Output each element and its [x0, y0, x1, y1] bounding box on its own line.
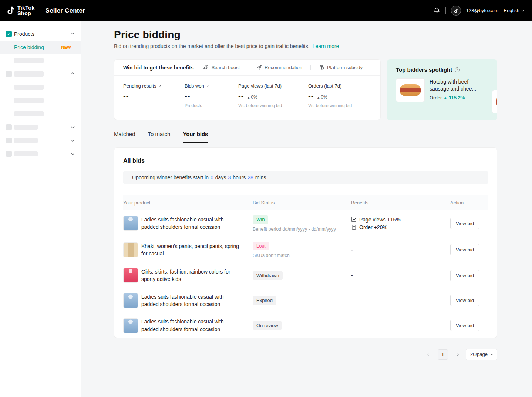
top-bidders-spotlight-card: Top bidders spotlight ? Hotdog with beef…: [387, 59, 497, 120]
learn-more-link[interactable]: Learn more: [313, 43, 339, 49]
next-page-button[interactable]: [452, 350, 461, 359]
product-name: Ladies suits fashionable casual with pad…: [141, 318, 242, 333]
sidebar-skeleton-group[interactable]: [0, 121, 81, 134]
seller-center-title: Seller Center: [46, 7, 85, 14]
tiktok-avatar-icon: [454, 8, 458, 13]
tab-to-match[interactable]: To match: [148, 131, 171, 143]
stat-bids-won-link[interactable]: Bids won: [185, 83, 238, 89]
tab-your-bids[interactable]: Your bids: [183, 131, 208, 143]
benefit-item-label: Recommendation: [265, 65, 302, 70]
countdown-days: 0: [211, 174, 213, 180]
sidebar-skeleton-group[interactable]: [0, 147, 81, 160]
view-bid-button[interactable]: View bid: [450, 244, 479, 255]
status-badge: On review: [253, 321, 282, 330]
arrow-up-icon: ▲: [317, 96, 320, 99]
chevron-down-icon: [71, 125, 75, 129]
chevron-down-icon: [71, 152, 75, 155]
stat-orders: Orders (last 7d) -- ▲0% Vs. before winni…: [308, 83, 371, 108]
bell-icon: [433, 7, 440, 14]
spotlight-metric-value: 115.2%: [449, 95, 465, 101]
chevron-up-icon: [71, 72, 75, 76]
product-name: Khaki, women's pants, pencil pants, spri…: [141, 242, 242, 258]
sidebar-item-products[interactable]: Products: [0, 27, 81, 41]
status-badge: Withdrawn: [253, 271, 283, 280]
all-bids-card: All bids Upcoming winner benefits start …: [114, 147, 497, 338]
arrow-up-icon: ▲: [444, 96, 447, 99]
table-row: Khaki, women's pants, pencil pants, spri…: [123, 237, 488, 263]
column-your-product: Your product: [123, 200, 253, 206]
stat-bids-won: Bids won -- Products: [185, 83, 238, 108]
tiktok-note-icon: [7, 6, 15, 15]
tiktok-shop-logo[interactable]: TikTok Shop: [7, 5, 35, 16]
spotlight-product-name: Hotdog with beef sausage and chee...: [430, 78, 485, 93]
stat-pending-results-link[interactable]: Pending results: [123, 83, 185, 89]
benefit-item-label: Platform subsidy: [327, 65, 363, 70]
status-sub-text: SKUs don't match: [253, 253, 351, 258]
order-list-icon: [351, 224, 357, 230]
table-row: Ladies suits fashionable casual with pad…: [123, 210, 488, 237]
sidebar-skeleton-group[interactable]: [0, 67, 81, 81]
page-number[interactable]: 1: [438, 349, 448, 360]
product-image: [123, 216, 138, 231]
stat-pending-results: Pending results --: [123, 83, 185, 108]
benefits-card-title: Win bid to get these benefits: [123, 65, 193, 71]
table-row: Ladies suits fashionable casual with pad…: [123, 288, 488, 313]
view-bid-button[interactable]: View bid: [450, 320, 479, 331]
stat-value: --: [185, 92, 190, 101]
spotlight-title: Top bidders spotlight: [396, 67, 452, 73]
product-image: [123, 268, 138, 283]
chevron-right-icon: [206, 85, 209, 87]
language-label: English: [504, 8, 519, 13]
view-bid-button[interactable]: View bid: [450, 270, 479, 281]
chevron-right-icon: [158, 85, 161, 87]
status-badge: Expired: [253, 296, 276, 305]
sidebar-skeleton-group[interactable]: [0, 134, 81, 147]
sidebar-skeleton-item: [0, 54, 81, 67]
view-bid-button[interactable]: View bid: [450, 218, 479, 229]
tab-matched[interactable]: Matched: [114, 131, 135, 143]
sidebar-item-price-bidding[interactable]: Price bidding NEW: [0, 41, 81, 54]
benefits-empty: -: [351, 323, 353, 329]
rocket-icon: [203, 65, 209, 70]
account-email[interactable]: 123@byte.com: [466, 8, 499, 13]
chevron-up-icon: [71, 32, 75, 36]
benefit-item-platform-subsidy: Platform subsidy: [311, 65, 371, 70]
status-sub-text: Benefit period dd/mm/yyyy - dd/mm/yyyy: [253, 227, 351, 232]
column-bid-status: Bid Status: [253, 200, 351, 206]
benefits-empty: -: [351, 272, 353, 278]
notifications-button[interactable]: [433, 7, 440, 14]
previous-page-button[interactable]: [424, 350, 433, 359]
sidebar-skeleton-item: [0, 107, 81, 121]
status-badge: Win: [253, 215, 268, 224]
table-row: Ladies suits fashionable casual with pad…: [123, 313, 488, 338]
stat-delta: ▲0%: [247, 95, 257, 100]
product-image: [123, 242, 138, 257]
divider: [40, 7, 40, 14]
column-action: Action: [450, 200, 489, 206]
product-image: [123, 293, 138, 308]
sidebar-item-label: Price bidding: [14, 44, 44, 50]
spotlight-product-image: [396, 78, 425, 102]
sidebar-skeleton-item: [0, 81, 81, 94]
benefits-empty: -: [351, 298, 353, 303]
countdown-hours: 3: [228, 174, 231, 180]
stat-sub-label: Products: [185, 103, 238, 108]
table-header: Your product Bid Status Benefits Action: [123, 195, 488, 210]
page-title: Price bidding: [114, 29, 497, 41]
chevron-right-icon: [455, 353, 459, 356]
countdown-mins: 28: [248, 174, 253, 180]
help-icon[interactable]: ?: [455, 67, 460, 72]
chevron-down-icon: [521, 9, 524, 11]
stat-value: --: [308, 92, 314, 101]
spotlight-product[interactable]: Hotdog with beef sausage and chee... Ord…: [396, 78, 497, 102]
account-avatar[interactable]: [451, 6, 461, 16]
status-badge: Lost: [253, 242, 269, 251]
subtitle-text: Bid on trending products on the market a…: [114, 43, 310, 49]
language-selector[interactable]: English: [504, 8, 524, 13]
stat-delta: ▲0%: [317, 95, 327, 100]
page-size-select[interactable]: 20/page: [466, 349, 497, 360]
benefit-page-views: Page views +15%: [351, 217, 450, 223]
stat-page-views: Page views (last 7d) -- ▲0% Vs. before w…: [238, 83, 308, 108]
bid-tabs: Matched To match Your bids: [114, 131, 497, 143]
view-bid-button[interactable]: View bid: [450, 295, 479, 306]
